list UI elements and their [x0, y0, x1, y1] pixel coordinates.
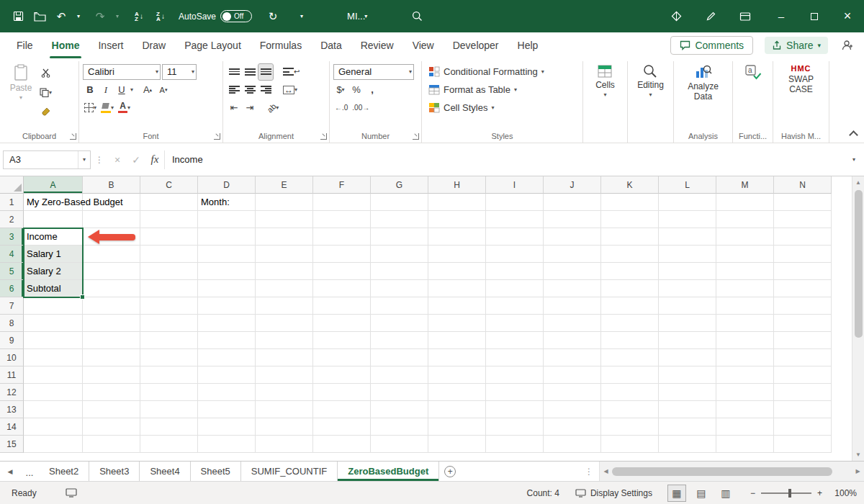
cell-I11[interactable] [486, 366, 544, 384]
cell-G13[interactable] [371, 401, 428, 418]
cell-E9[interactable] [256, 332, 313, 349]
cell-I6[interactable] [486, 280, 544, 297]
cell-B5[interactable] [83, 263, 140, 280]
cell-N6[interactable] [774, 280, 832, 297]
cell-F12[interactable] [313, 384, 371, 401]
cell-M11[interactable] [716, 366, 774, 384]
cell-N9[interactable] [774, 332, 832, 349]
cell-B8[interactable] [83, 315, 140, 332]
redo-chevron-icon[interactable]: ▾ [107, 6, 128, 27]
horizontal-scroll-track[interactable] [612, 462, 852, 481]
comma-style-button[interactable]: , [365, 82, 379, 98]
cell-H10[interactable] [428, 349, 486, 366]
cell-F9[interactable] [313, 332, 371, 349]
cell-L15[interactable] [659, 436, 716, 453]
cell-L5[interactable] [659, 263, 716, 280]
merge-center-button[interactable]: ↔▾ [282, 82, 299, 98]
cell-C3[interactable] [140, 228, 198, 246]
tab-page-layout[interactable]: Page Layout [175, 32, 251, 58]
zoom-out-button[interactable]: − [750, 488, 755, 498]
borders-button[interactable]: ▾ [83, 100, 98, 116]
cell-C10[interactable] [140, 349, 198, 366]
cell-B14[interactable] [83, 418, 140, 436]
cell-L7[interactable] [659, 297, 716, 315]
tab-view[interactable]: View [403, 32, 444, 58]
tab-data[interactable]: Data [311, 32, 351, 58]
format-as-table-button[interactable]: Format as Table ▾ [426, 81, 579, 99]
draw-pen-icon[interactable] [700, 6, 721, 27]
formula-input[interactable]: Income [164, 150, 847, 169]
cell-N7[interactable] [774, 297, 832, 315]
cell-I15[interactable] [486, 436, 544, 453]
column-header-H[interactable]: H [428, 176, 486, 194]
cell-L6[interactable] [659, 280, 716, 297]
sheet-tab-sheet5[interactable]: Sheet5 [191, 462, 241, 481]
cell-F8[interactable] [313, 315, 371, 332]
cell-A1[interactable]: My Zero-Based Budget [24, 194, 83, 211]
cell-A6[interactable]: Subtotal [24, 280, 83, 297]
row-header-2[interactable]: 2 [0, 211, 24, 228]
cell-C8[interactable] [140, 315, 198, 332]
cell-D11[interactable] [198, 366, 256, 384]
tab-insert[interactable]: Insert [89, 32, 132, 58]
cell-M4[interactable] [716, 246, 774, 263]
cell-M10[interactable] [716, 349, 774, 366]
sheet-tab-sheet3[interactable]: Sheet3 [89, 462, 140, 481]
decrease-decimal-button[interactable]: .00→ [351, 100, 371, 116]
select-all-button[interactable] [0, 176, 24, 194]
cell-A12[interactable] [24, 384, 83, 401]
cell-F6[interactable] [313, 280, 371, 297]
row-header-11[interactable]: 11 [0, 366, 24, 384]
cell-K7[interactable] [601, 297, 659, 315]
cell-H6[interactable] [428, 280, 486, 297]
cell-G10[interactable] [371, 349, 428, 366]
zoom-slider[interactable] [761, 492, 811, 494]
cell-F2[interactable] [313, 211, 371, 228]
row-header-3[interactable]: 3 [0, 228, 24, 246]
cell-K4[interactable] [601, 246, 659, 263]
cell-B11[interactable] [83, 366, 140, 384]
cell-B7[interactable] [83, 297, 140, 315]
cell-M8[interactable] [716, 315, 774, 332]
cell-L8[interactable] [659, 315, 716, 332]
cell-N13[interactable] [774, 401, 832, 418]
tab-splitter-grip[interactable]: ⋮ [579, 462, 599, 481]
decrease-font-size-button[interactable]: A▾ [156, 82, 171, 98]
cell-E8[interactable] [256, 315, 313, 332]
cell-G9[interactable] [371, 332, 428, 349]
name-box[interactable]: A3 ▾ [3, 150, 91, 169]
undo-chevron-icon[interactable]: ▾ [68, 6, 89, 27]
cell-F11[interactable] [313, 366, 371, 384]
cell-I12[interactable] [486, 384, 544, 401]
search-icon[interactable] [406, 6, 428, 27]
cell-C5[interactable] [140, 263, 198, 280]
cell-G12[interactable] [371, 384, 428, 401]
increase-decimal-button[interactable]: ←.0 [333, 100, 349, 116]
cell-H4[interactable] [428, 246, 486, 263]
cell-G15[interactable] [371, 436, 428, 453]
scroll-left-button[interactable]: ◀ [600, 462, 612, 481]
top-align-button[interactable] [227, 64, 241, 80]
increase-font-size-button[interactable]: A▴ [140, 82, 155, 98]
cell-A3[interactable]: Income [24, 228, 83, 246]
column-header-E[interactable]: E [256, 176, 313, 194]
cell-D7[interactable] [198, 297, 256, 315]
cell-A11[interactable] [24, 366, 83, 384]
cell-M12[interactable] [716, 384, 774, 401]
cell-H12[interactable] [428, 384, 486, 401]
insert-function-button[interactable]: fx [145, 150, 164, 169]
wrap-text-button[interactable]: ↩ [282, 64, 301, 80]
cell-M5[interactable] [716, 263, 774, 280]
cell-A8[interactable] [24, 315, 83, 332]
column-header-A[interactable]: A [24, 176, 83, 194]
cell-H3[interactable] [428, 228, 486, 246]
cell-L2[interactable] [659, 211, 716, 228]
cell-K9[interactable] [601, 332, 659, 349]
clipboard-dialog-launcher[interactable] [70, 133, 76, 140]
cell-L14[interactable] [659, 418, 716, 436]
cancel-button[interactable]: × [108, 150, 127, 169]
cell-G3[interactable] [371, 228, 428, 246]
name-box-chevron-icon[interactable]: ▾ [78, 151, 90, 168]
sheet-tab-zerobasedbudget[interactable]: ZeroBasedBudget [338, 462, 439, 481]
cell-G2[interactable] [371, 211, 428, 228]
